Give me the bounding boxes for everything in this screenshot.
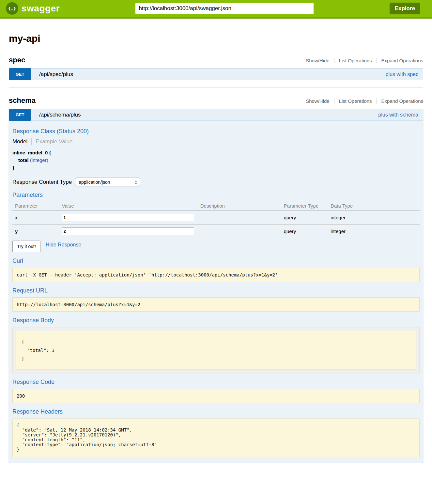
request-url-value: http://localhost:3000/api/schema/plus?x=… (12, 297, 420, 312)
response-content-type-label: Response Content Type (12, 179, 72, 185)
spec-operation-path[interactable]: /api/spec/plus (31, 71, 73, 78)
swagger-logo-icon: {…} (6, 2, 18, 15)
parameters-header-row: Parameter Value Description Parameter Ty… (12, 202, 420, 211)
response-content-type-row: Response Content Type application/json ▲… (12, 178, 420, 186)
response-code-value: 200 (12, 389, 420, 403)
spec-operation-summary[interactable]: plus with spec (386, 71, 423, 77)
try-row: Try it out! Hide Response (12, 241, 420, 252)
param-data-type: integer (328, 225, 420, 238)
response-body-number: 3 (52, 348, 54, 353)
model-property: total (integer) (18, 157, 420, 163)
col-parameter-type: Parameter Type (281, 202, 328, 211)
brand-title: swagger (22, 3, 60, 14)
response-class-heading: Response Class (Status 200) (12, 128, 420, 135)
spec-expand-operations-link[interactable]: Expand Operations (377, 58, 423, 63)
response-body-heading: Response Body (12, 317, 420, 324)
hide-response-link[interactable]: Hide Response (46, 242, 81, 248)
parameters-heading: Parameters (12, 192, 420, 198)
param-x-value-input[interactable] (62, 214, 194, 221)
param-description (198, 225, 281, 238)
parameter-row-y: y query integer (12, 225, 420, 238)
spec-section-title: spec (9, 56, 25, 64)
col-description: Description (198, 202, 281, 211)
schema-operation-row[interactable]: GET /api/schema/plus plus with schema (9, 109, 423, 121)
model-property-type: (integer) (30, 157, 48, 163)
param-data-type: integer (328, 211, 420, 225)
param-y-value-input[interactable] (62, 228, 194, 235)
parameters-table: Parameter Value Description Parameter Ty… (12, 202, 420, 238)
schema-expand-operations-link[interactable]: Expand Operations (377, 98, 423, 104)
schema-operation-summary[interactable]: plus with schema (378, 112, 423, 118)
schema-section-header: schema Show/Hide List Operations Expand … (9, 96, 423, 105)
col-value: Value (59, 202, 198, 211)
response-code-heading: Response Code (12, 379, 420, 386)
schema-section-title: schema (9, 96, 36, 105)
param-name: x (12, 211, 59, 225)
try-it-out-button[interactable]: Try it out! (12, 241, 40, 252)
schema-get-method-badge[interactable]: GET (9, 109, 31, 121)
curl-heading: Curl (12, 258, 420, 264)
spec-show-hide-link[interactable]: Show/Hide (301, 58, 334, 63)
curl-command: curl -X GET --header 'Accept: applicatio… (12, 268, 420, 282)
response-content-type-select[interactable]: application/json ▲▼ (75, 178, 140, 186)
param-name: y (12, 225, 59, 238)
schema-operation-block: GET /api/schema/plus plus with schema Re… (9, 109, 423, 463)
schema-operation-path[interactable]: /api/schema/plus (31, 112, 81, 118)
section-divider (9, 87, 423, 88)
schema-show-hide-link[interactable]: Show/Hide (301, 98, 334, 104)
response-body-json: { "total": 3 } (16, 331, 416, 370)
schema-list-operations-link[interactable]: List Operations (334, 98, 377, 104)
request-url-heading: Request URL (12, 287, 420, 294)
param-description (198, 211, 281, 225)
explore-button[interactable]: Explore (390, 3, 420, 14)
spec-operation-row[interactable]: GET /api/spec/plus plus with spec (9, 68, 423, 80)
top-navbar: {…} swagger Explore (0, 0, 432, 19)
spec-url-input[interactable] (135, 3, 314, 14)
tab-model[interactable]: Model (12, 138, 31, 145)
response-headers-heading: Response Headers (12, 408, 420, 415)
tab-example-value[interactable]: Example Value (32, 138, 72, 145)
response-headers-json: { "date": "Sat, 12 May 2018 14:02:34 GMT… (12, 418, 420, 457)
select-arrows-icon: ▲▼ (135, 179, 137, 185)
model-signature: inline_model_0 { total (integer) } (12, 150, 420, 170)
schema-section-controls: Show/Hide List Operations Expand Operati… (301, 98, 423, 104)
col-data-type: Data Type (328, 202, 420, 211)
param-type: query (281, 225, 328, 238)
model-name: inline_model_0 { (12, 150, 420, 155)
model-tabs: Model Example Value (12, 138, 420, 145)
page-title: my-api (9, 33, 423, 44)
response-body-container: { "total": 3 } (12, 327, 420, 373)
spec-get-method-badge[interactable]: GET (9, 68, 31, 80)
col-parameter: Parameter (12, 202, 59, 211)
parameter-row-x: x query integer (12, 211, 420, 225)
spec-section-controls: Show/Hide List Operations Expand Operati… (301, 58, 423, 63)
spec-list-operations-link[interactable]: List Operations (334, 58, 377, 63)
model-property-name: total (18, 157, 29, 163)
schema-operation-content: Response Class (Status 200) Model Exampl… (9, 121, 423, 463)
response-content-type-value: application/json (79, 180, 110, 185)
param-type: query (281, 211, 328, 225)
spec-section-header: spec Show/Hide List Operations Expand Op… (9, 56, 423, 64)
model-close-brace: } (12, 165, 420, 170)
